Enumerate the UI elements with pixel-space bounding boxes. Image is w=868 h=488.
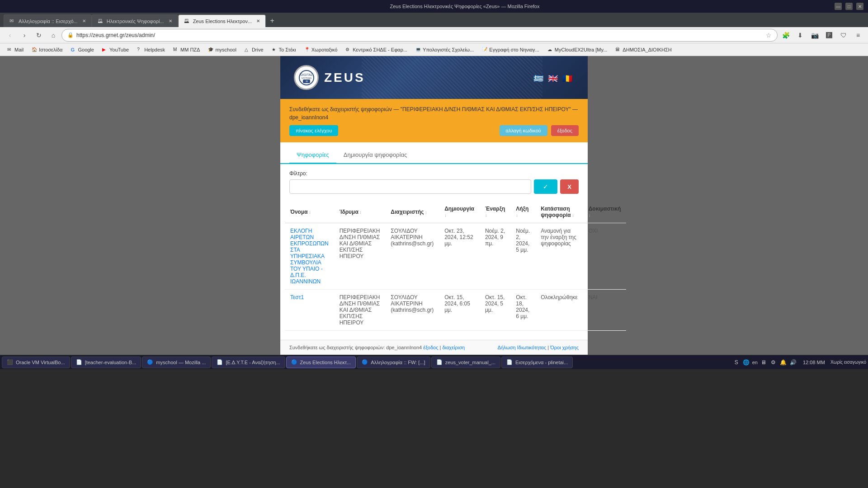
tab-label-3: Zeus Elections Ηλεκτρον... xyxy=(193,19,252,24)
th-institution[interactable]: Ίδρυμα xyxy=(334,201,386,223)
taskbar-item-2-label: myschool — Mozilla ... xyxy=(156,360,206,365)
maximize-button[interactable]: □ xyxy=(845,3,853,10)
extensions-button[interactable]: 🧩 xyxy=(779,29,792,42)
row1-status: Αναμονή για την έναρξη της ψηφοφορίας xyxy=(535,223,583,290)
bookmark-youtube[interactable]: ▶ YouTube xyxy=(99,46,132,53)
taskbar-item-6[interactable]: 📄 zeus_voter_manual_... xyxy=(431,357,500,368)
english-flag[interactable]: 🇬🇧 xyxy=(548,74,560,82)
bookmark-istoseli[interactable]: 🏠 Ιστοσελίδα xyxy=(28,46,66,53)
taskbar-item-4-icon: 🔵 xyxy=(291,359,297,365)
footer-terms-link[interactable]: Όροι χρήσης xyxy=(550,345,579,350)
th-status[interactable]: Κατάσταση ψηφοφορία xyxy=(535,201,583,223)
network-tray-icon[interactable]: 🌐 xyxy=(742,358,750,366)
bookmark-ypolg[interactable]: 💻 Υπολογιστές Σχολείω... xyxy=(412,46,477,53)
th-admin[interactable]: Διαχειριστής xyxy=(385,201,439,223)
tab-create-election[interactable]: Δημιουργία ψηφοφορίας xyxy=(336,147,414,164)
logout-button[interactable]: έξοδος xyxy=(551,125,579,136)
menu-button[interactable]: ≡ xyxy=(852,29,864,42)
svg-text:✉: ✉ xyxy=(305,80,307,83)
taskbar-item-4[interactable]: 🔵 Zeus Elections Ηλεκτ... xyxy=(286,357,356,368)
navigation-bar: ‹ › ↻ ⌂ 🔒 https://zeus.grnet.gr/zeus/adm… xyxy=(0,27,868,43)
xorotax-icon: 📍 xyxy=(304,47,310,52)
taskbar-item-1-icon: 📄 xyxy=(76,359,82,365)
filter-ok-button[interactable]: ✓ xyxy=(534,179,557,194)
filter-section: Φίλτρο: ✓ X xyxy=(280,164,588,197)
table-wrapper: Όνομα Ίδρυμα Διαχειριστής Δημιουργία Ένα… xyxy=(280,201,588,340)
speaker-tray-icon[interactable]: 🔊 xyxy=(789,358,797,366)
back-button[interactable]: ‹ xyxy=(4,29,16,42)
filter-clear-button[interactable]: X xyxy=(560,179,579,194)
greek-flag[interactable]: 🇬🇷 xyxy=(533,74,545,82)
home-button[interactable]: ⌂ xyxy=(47,29,60,42)
browser-tab-3[interactable]: 🗳 Zeus Elections Ηλεκτρον... ✕ xyxy=(178,14,266,27)
taskbar-item-7[interactable]: 📄 Εισερχόμενα - plinetai... xyxy=(501,357,573,368)
browser-tab-2[interactable]: 🗳 Ηλεκτρονικές Ψηφοφορί... ✕ xyxy=(92,14,178,27)
row1-end: Νοέμ. 2, 2024, 5 μμ. xyxy=(510,223,535,290)
taskbar-item-2[interactable]: 🔵 myschool — Mozilla ... xyxy=(142,357,211,368)
zeus-flags: 🇬🇷 🇬🇧 🇷🇴 xyxy=(533,74,574,82)
tab-elections[interactable]: Ψηφοφορίες xyxy=(289,147,336,164)
taskbar-item-5[interactable]: 🔵 Αλληλογραφία :: FW: [...] xyxy=(357,357,430,368)
taskbar-item-1[interactable]: 📄 [teacher-evaluation-B... xyxy=(71,357,142,368)
control-panel-button[interactable]: πίνακας ελέγχου xyxy=(289,125,338,136)
bookmark-kentrikosede[interactable]: ⚙ Κεντρικό ΣΗΔΕ - Εφαρ... xyxy=(342,46,411,53)
screenshot-button[interactable]: 📷 xyxy=(808,29,821,42)
new-tab-button[interactable]: + xyxy=(266,14,278,27)
th-name[interactable]: Όνομα xyxy=(285,201,334,223)
mail-icon: ✉ xyxy=(7,47,13,52)
youtube-icon: ▶ xyxy=(102,47,108,52)
bookmark-star-icon[interactable]: ☆ xyxy=(766,32,772,39)
th-test[interactable]: Δοκιμαστική xyxy=(583,201,627,223)
elections-table: Όνομα Ίδρυμα Διαχειριστής Δημιουργία Ένα… xyxy=(285,201,626,331)
syde-icon: ⚙ xyxy=(345,47,351,52)
bookmark-drive[interactable]: △ Drive xyxy=(241,46,267,53)
row2-name-link[interactable]: Τεστ1 xyxy=(290,294,304,300)
skype-tray-icon[interactable]: S xyxy=(732,358,741,366)
bookmark-myschool[interactable]: 🎓 myschool xyxy=(204,46,240,53)
settings-tray-icon[interactable]: ⚙ xyxy=(769,358,778,366)
filter-input[interactable] xyxy=(289,179,531,194)
bookmark-mm-pzd[interactable]: M ΜΜ ΠΖΔ xyxy=(170,46,203,53)
lang-indicator: en xyxy=(752,360,758,365)
footer-exit-link[interactable]: έξοδος xyxy=(423,345,438,350)
change-password-button[interactable]: αλλαγή κωδικού xyxy=(500,125,547,136)
bookmark-steki[interactable]: ★ Το Στέκι xyxy=(268,46,300,53)
bookmark-helpdesk[interactable]: ? Helpdesk xyxy=(133,46,169,53)
minimize-button[interactable]: — xyxy=(835,3,842,10)
footer-privacy-link[interactable]: Δήλωση Ιδιωτικότητας xyxy=(497,345,546,350)
bookmark-mail[interactable]: ✉ Mail xyxy=(4,46,27,53)
bookmark-xorotax[interactable]: 📍 Χωροταξικό xyxy=(301,46,341,53)
bookmark-engraphi[interactable]: 📝 Εγγραφή στο Νηνιαγ... xyxy=(478,46,542,53)
display-tray-icon[interactable]: 🖥 xyxy=(760,358,768,366)
th-start[interactable]: Έναρξη xyxy=(480,201,510,223)
notification-tray-icon[interactable]: 🔔 xyxy=(779,358,788,366)
taskbar-item-0[interactable]: ⬛ Oracle VM VirtualBo... xyxy=(2,357,70,368)
th-created[interactable]: Δημιουργία xyxy=(439,201,480,223)
reload-button[interactable]: ↻ xyxy=(33,29,45,42)
address-bar[interactable]: 🔒 https://zeus.grnet.gr/zeus/admin/ ☆ xyxy=(61,29,778,42)
browser-tab-1[interactable]: ✉ Αλληλογραφία :: Εισερχό... ✕ xyxy=(4,14,92,27)
tab-close-1[interactable]: ✕ xyxy=(82,19,86,23)
th-end[interactable]: Λήξη xyxy=(510,201,535,223)
forward-button[interactable]: › xyxy=(18,29,31,42)
downloads-button[interactable]: ⬇ xyxy=(794,29,807,42)
bookmark-google[interactable]: G Google xyxy=(67,46,97,53)
tab-favicon-3: 🗳 xyxy=(184,18,190,24)
home-bk-icon: 🏠 xyxy=(32,47,37,52)
close-button[interactable]: ✕ xyxy=(856,3,863,10)
bookmark-dimosio[interactable]: 🏛 ΔΗΜΟΣΙΑ_ΔΙΟΙΚΗΣΗ xyxy=(612,46,675,53)
taskbar-item-3-label: [Ε.Δ.Υ.Τ.Ε - Αναζήτηση... xyxy=(226,360,280,365)
row1-name-link[interactable]: ΕΚΛΟΓΗ ΑΙΡΕΤΩΝ ΕΚΠΡΟΣΩΠΩΝ ΣΤΑ ΥΠΗΡΕΣΙΑΚΑ… xyxy=(290,228,329,285)
taskbar-item-6-label: zeus_voter_manual_... xyxy=(445,360,495,365)
zeus-tabs: Ψηφοφορίες Δημιουργία ψηφοφορίας xyxy=(280,147,588,164)
footer-manage-link[interactable]: διαχείριση xyxy=(442,345,465,350)
taskbar-items: ⬛ Oracle VM VirtualBo... 📄 [teacher-eval… xyxy=(2,357,573,368)
tab-close-2[interactable]: ✕ xyxy=(169,19,172,23)
shield-button[interactable]: 🛡 xyxy=(837,29,850,42)
taskbar-item-3[interactable]: 📄 [Ε.Δ.Υ.Τ.Ε - Αναζήτηση... xyxy=(212,357,285,368)
pocket-button[interactable]: 🅿 xyxy=(823,29,835,42)
tab-close-3[interactable]: ✕ xyxy=(256,19,260,23)
ypolg-icon: 💻 xyxy=(415,47,421,52)
romanian-flag[interactable]: 🇷🇴 xyxy=(562,74,574,82)
bookmark-mycloud[interactable]: ☁ MyCloudEX2Ultra [My... xyxy=(544,46,611,53)
